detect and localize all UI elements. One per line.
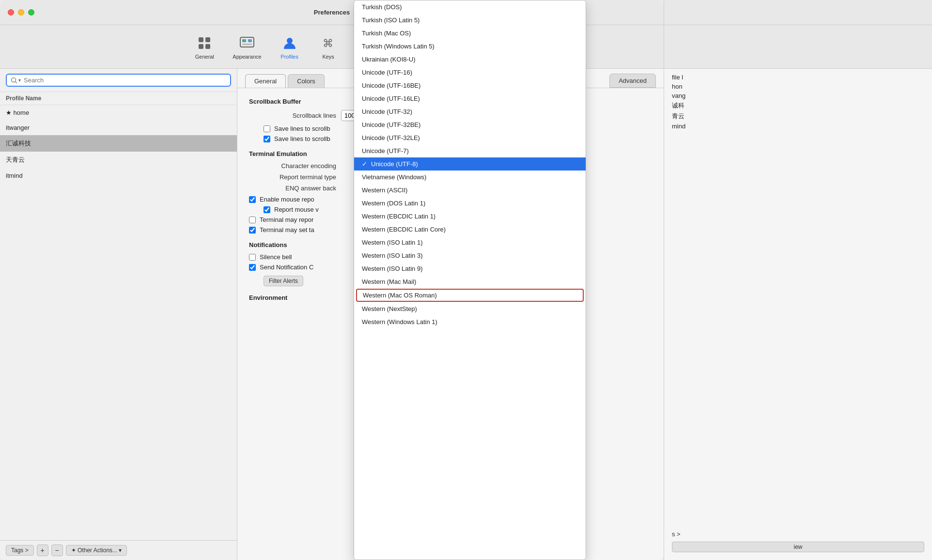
char-encoding-label: Character encoding bbox=[249, 162, 336, 170]
tab-general[interactable]: General bbox=[245, 74, 286, 88]
report-mouse-checkbox[interactable] bbox=[264, 206, 270, 213]
profile-item-itwanger[interactable]: itwanger bbox=[0, 120, 237, 135]
tab-advanced[interactable]: Advanced bbox=[609, 74, 656, 88]
search-bar: ▾ bbox=[0, 69, 237, 92]
save-lines-disk-checkbox[interactable] bbox=[264, 125, 270, 132]
report-terminal-label: Report terminal type bbox=[249, 173, 336, 181]
dropdown-item-unicode-32le[interactable]: Unicode (UTF-32LE) bbox=[354, 131, 586, 144]
traffic-lights bbox=[8, 9, 34, 16]
dropdown-item-ukrainian[interactable]: Ukrainian (KOI8-U) bbox=[354, 53, 586, 66]
far-right-s-arrow: s > bbox=[672, 530, 924, 538]
svg-rect-4 bbox=[240, 37, 254, 47]
other-actions-button[interactable]: ✦ Other Actions... ▾ bbox=[66, 545, 127, 556]
toolbar-item-keys[interactable]: ⌘ Keys bbox=[314, 32, 343, 62]
enq-label: ENQ answer back bbox=[249, 185, 336, 192]
encoding-dropdown: Turkish (DOS) Turkish (ISO Latin 5) Turk… bbox=[354, 0, 586, 560]
dropdown-item-western-iso9[interactable]: Western (ISO Latin 9) bbox=[354, 262, 586, 275]
maximize-button[interactable] bbox=[28, 9, 34, 16]
terminal-may-report-checkbox[interactable] bbox=[249, 217, 256, 223]
search-input[interactable] bbox=[24, 77, 226, 84]
far-right-file: file l bbox=[672, 74, 924, 81]
svg-rect-2 bbox=[199, 44, 203, 49]
filter-alerts-button[interactable]: Filter Alerts bbox=[264, 276, 303, 286]
toolbar-item-general[interactable]: General bbox=[190, 32, 219, 62]
dropdown-item-western-dos[interactable]: Western (DOS Latin 1) bbox=[354, 197, 586, 210]
terminal-may-set-checkbox[interactable] bbox=[249, 227, 256, 233]
keys-label: Keys bbox=[322, 54, 334, 60]
sidebar: ▾ Profile Name ★ home itwanger 汇诚科技 bbox=[0, 69, 237, 560]
sidebar-bottom: Tags > + − ✦ Other Actions... ▾ bbox=[0, 540, 237, 560]
keys-icon: ⌘ bbox=[320, 34, 337, 52]
search-icon: ▾ bbox=[11, 77, 21, 84]
profile-list-header: Profile Name bbox=[0, 92, 237, 105]
profile-item-home[interactable]: ★ home bbox=[0, 105, 237, 120]
enable-mouse-checkbox[interactable] bbox=[249, 196, 256, 203]
dropdown-item-western-mac-os-roman[interactable]: Western (Mac OS Roman) bbox=[356, 289, 584, 302]
terminal-may-set-label: Terminal may set ta bbox=[260, 226, 314, 233]
toolbar-item-profiles[interactable]: Profiles bbox=[275, 32, 304, 62]
svg-rect-3 bbox=[205, 44, 210, 49]
add-profile-button[interactable]: + bbox=[37, 544, 48, 556]
svg-rect-0 bbox=[199, 37, 203, 42]
profile-item-tianyun[interactable]: 天青云 bbox=[0, 152, 237, 168]
send-notification-checkbox[interactable] bbox=[249, 264, 256, 271]
svg-text:⌘: ⌘ bbox=[323, 37, 333, 49]
dropdown-item-unicode-16be[interactable]: Unicode (UTF-16BE) bbox=[354, 79, 586, 92]
dropdown-item-unicode-16[interactable]: Unicode (UTF-16) bbox=[354, 66, 586, 79]
close-button[interactable] bbox=[8, 9, 14, 16]
far-right-qingyun: 青云 bbox=[672, 112, 924, 121]
dropdown-item-unicode-7[interactable]: Unicode (UTF-7) bbox=[354, 144, 586, 157]
dropdown-item-western-iso3[interactable]: Western (ISO Latin 3) bbox=[354, 249, 586, 262]
appearance-icon bbox=[238, 34, 256, 52]
dropdown-item-western-ebcdic-core[interactable]: Western (EBCDIC Latin Core) bbox=[354, 223, 586, 236]
profiles-icon bbox=[281, 34, 298, 52]
dropdown-item-vietnamese[interactable]: Vietnamese (Windows) bbox=[354, 171, 586, 184]
dropdown-item-unicode-32be[interactable]: Unicode (UTF-32BE) bbox=[354, 118, 586, 131]
svg-rect-5 bbox=[242, 39, 246, 42]
dropdown-item-turkish-dos[interactable]: Turkish (DOS) bbox=[354, 0, 586, 14]
selected-checkmark: ✓ bbox=[362, 160, 367, 168]
enable-mouse-label: Enable mouse repo bbox=[260, 196, 314, 203]
tab-colors[interactable]: Colors bbox=[288, 74, 325, 88]
tags-button[interactable]: Tags > bbox=[6, 545, 34, 556]
scrollback-lines-label: Scrollback lines bbox=[249, 112, 336, 119]
profile-item-huicheng[interactable]: 汇诚科技 bbox=[0, 135, 237, 152]
terminal-may-report-label: Terminal may repor bbox=[260, 216, 313, 223]
dropdown-item-unicode-16le[interactable]: Unicode (UTF-16LE) bbox=[354, 92, 586, 105]
window-title: Preferences bbox=[314, 9, 350, 16]
dropdown-item-unicode-32[interactable]: Unicode (UTF-32) bbox=[354, 105, 586, 118]
dropdown-item-turkish-win[interactable]: Turkish (Windows Latin 5) bbox=[354, 40, 586, 53]
far-right-vang: vang bbox=[672, 92, 924, 99]
dropdown-item-turkish-mac[interactable]: Turkish (Mac OS) bbox=[354, 27, 586, 40]
save-lines-disk-label: Save lines to scrollb bbox=[274, 125, 330, 132]
profiles-label: Profiles bbox=[280, 54, 298, 60]
remove-profile-button[interactable]: − bbox=[51, 544, 63, 556]
dropdown-item-western-ascii[interactable]: Western (ASCII) bbox=[354, 184, 586, 197]
dropdown-item-western-iso1[interactable]: Western (ISO Latin 1) bbox=[354, 236, 586, 249]
svg-rect-7 bbox=[242, 44, 252, 45]
svg-rect-1 bbox=[205, 37, 210, 42]
far-right-mind: mind bbox=[672, 123, 924, 130]
profile-list: ★ home itwanger 汇诚科技 天青云 itmind bbox=[0, 105, 237, 540]
silence-bell-label: Silence bell bbox=[260, 253, 292, 261]
dropdown-item-western-ebcdic[interactable]: Western (EBCDIC Latin 1) bbox=[354, 210, 586, 223]
svg-rect-6 bbox=[248, 39, 252, 42]
general-label: General bbox=[195, 54, 214, 60]
minimize-button[interactable] bbox=[18, 9, 24, 16]
dropdown-item-western-windows[interactable]: Western (Windows Latin 1) bbox=[354, 315, 586, 328]
silence-bell-checkbox[interactable] bbox=[249, 254, 256, 261]
dropdown-item-western-nextstep[interactable]: Western (NextStep) bbox=[354, 302, 586, 315]
dropdown-item-western-mac-mail[interactable]: Western (Mac Mail) bbox=[354, 275, 586, 288]
profile-item-itmind[interactable]: itmind bbox=[0, 168, 237, 183]
svg-point-14 bbox=[12, 78, 16, 82]
toolbar-item-appearance[interactable]: Appearance bbox=[229, 32, 265, 62]
far-right-panel: file l hon vang 诚科 青云 mind s > iew bbox=[664, 0, 932, 560]
general-icon bbox=[196, 34, 213, 52]
dropdown-item-unicode-8[interactable]: ✓ Unicode (UTF-8) bbox=[354, 157, 586, 171]
far-right-view-button[interactable]: iew bbox=[672, 542, 924, 552]
dropdown-item-turkish-iso[interactable]: Turkish (ISO Latin 5) bbox=[354, 14, 586, 27]
far-right-hon: hon bbox=[672, 83, 924, 90]
report-mouse-label: Report mouse v bbox=[274, 206, 319, 213]
appearance-label: Appearance bbox=[233, 54, 261, 60]
save-lines-checkbox2[interactable] bbox=[264, 136, 270, 142]
